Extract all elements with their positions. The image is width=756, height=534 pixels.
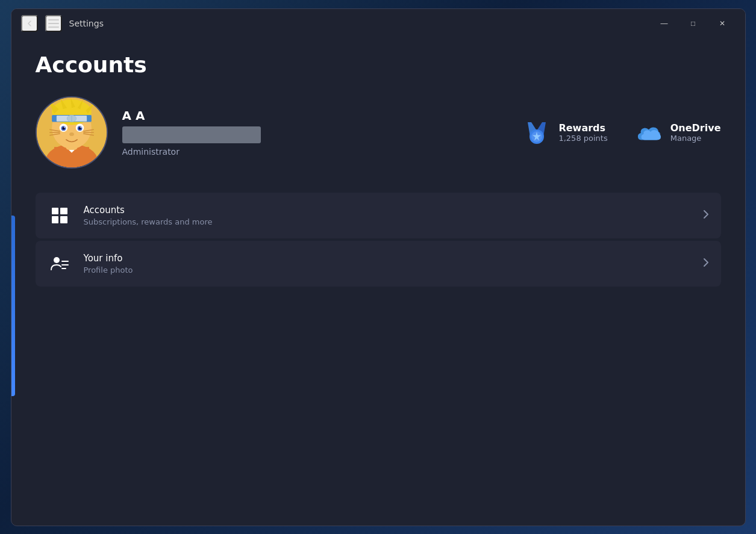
svg-rect-2: [48, 26, 59, 28]
your-info-chevron: [703, 258, 709, 270]
windows-icon: [52, 208, 67, 223]
maximize-button[interactable]: □: [680, 14, 707, 33]
settings-window: Settings — □ ✕ Accounts: [11, 8, 746, 526]
svg-point-33: [69, 132, 74, 136]
user-info: A A Administrator: [122, 108, 261, 157]
accounts-subtitle: Subscriptions, rewards and more: [84, 217, 703, 226]
rewards-icon: [525, 120, 549, 144]
svg-rect-0: [48, 19, 59, 20]
avatar-image: [37, 98, 107, 167]
close-button[interactable]: ✕: [709, 14, 736, 33]
user-name-bar: [122, 126, 261, 143]
accounts-menu-item[interactable]: Accounts Subscriptions, rewards and more: [36, 193, 721, 238]
user-role: Administrator: [122, 147, 261, 157]
window-title: Settings: [69, 19, 104, 28]
your-info-text: Your info Profile photo: [84, 253, 703, 275]
window-controls: — □ ✕: [651, 14, 736, 33]
your-info-icon: [48, 252, 72, 276]
user-name: A A: [122, 108, 261, 123]
profile-extras: Rewards 1,258 points OneDrive: [525, 120, 720, 144]
page-title: Accounts: [36, 52, 721, 77]
svg-point-39: [54, 257, 60, 263]
main-content: Accounts: [11, 38, 745, 526]
menu-list: Accounts Subscriptions, rewards and more: [36, 193, 721, 287]
your-info-menu-item[interactable]: Your info Profile photo: [36, 241, 721, 287]
back-button[interactable]: [21, 15, 38, 32]
decorative-strip: [11, 216, 15, 396]
accounts-text: Accounts Subscriptions, rewards and more: [84, 205, 703, 226]
rewards-title: Rewards: [558, 122, 607, 134]
profile-section: A A Administrator: [36, 96, 721, 169]
avatar[interactable]: [36, 96, 108, 169]
rewards-points: 1,258 points: [558, 134, 607, 143]
rewards-text: Rewards 1,258 points: [558, 122, 607, 143]
svg-point-25: [64, 126, 65, 128]
minimize-button[interactable]: —: [651, 14, 678, 33]
your-info-subtitle: Profile photo: [84, 265, 703, 275]
onedrive-text: OneDrive Manage: [670, 122, 721, 143]
onedrive-icon: [637, 120, 661, 144]
svg-point-26: [80, 126, 81, 128]
title-bar-left: Settings: [21, 15, 651, 32]
title-bar: Settings — □ ✕: [11, 9, 745, 38]
onedrive-title: OneDrive: [670, 122, 721, 134]
rewards-item[interactable]: Rewards 1,258 points: [525, 120, 607, 144]
menu-button[interactable]: [45, 15, 62, 32]
accounts-chevron: [703, 210, 709, 222]
onedrive-item[interactable]: OneDrive Manage: [637, 120, 721, 144]
accounts-title: Accounts: [84, 205, 703, 216]
svg-rect-1: [48, 23, 59, 24]
onedrive-action: Manage: [670, 134, 721, 143]
accounts-icon: [48, 203, 72, 228]
your-info-title: Your info: [84, 253, 703, 264]
